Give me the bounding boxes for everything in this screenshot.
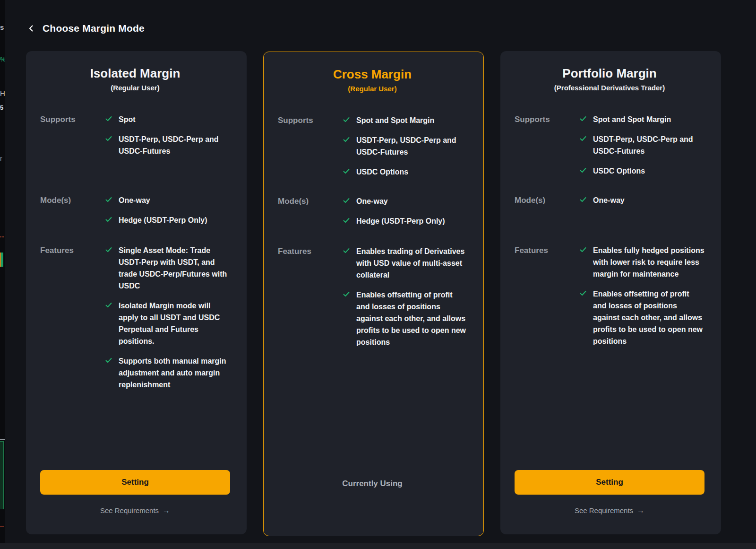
background-page-strip: s%H5r bbox=[0, 0, 5, 549]
check-icon bbox=[579, 196, 587, 206]
section-label: Supports bbox=[40, 113, 105, 125]
section-features: FeaturesEnables fully hedged positions w… bbox=[515, 244, 704, 347]
check-item-text: Single Asset Mode: Trade USDT-Perp with … bbox=[119, 244, 230, 292]
check-item-text: USDT-Perp, USDC-Perp and USDC-Futures bbox=[119, 133, 230, 157]
card-title: Isolated Margin bbox=[40, 65, 230, 81]
card-footer-row: See Requirements→ bbox=[515, 505, 704, 515]
section-modes: Mode(s)One-wayHedge (USDT-Perp Only) bbox=[40, 194, 230, 244]
check-item-text: USDT-Perp, USDC-Perp and USDC-Futures bbox=[593, 133, 704, 157]
card-subtitle: (Regular User) bbox=[40, 84, 230, 92]
section-items: Spot and Spot MarginUSDT-Perp, USDC-Perp… bbox=[343, 114, 467, 178]
card-sections: SupportsSpot and Spot MarginUSDT-Perp, U… bbox=[278, 114, 467, 348]
background-text-fragment: % bbox=[0, 56, 5, 62]
background-candle bbox=[0, 253, 3, 267]
section-label: Mode(s) bbox=[40, 194, 105, 206]
check-icon bbox=[105, 135, 112, 157]
section-label: Features bbox=[515, 244, 579, 256]
background-dashed-price-line bbox=[0, 236, 5, 237]
check-icon bbox=[579, 246, 587, 280]
section-label: Supports bbox=[515, 113, 579, 125]
check-item-text: Supports both manual margin adjustment a… bbox=[119, 355, 230, 391]
background-text-fragment: r bbox=[0, 155, 2, 162]
chevron-left-icon bbox=[27, 25, 35, 32]
modal-header: Choose Margin Mode bbox=[27, 16, 145, 41]
background-volume-tick bbox=[0, 439, 5, 440]
margin-mode-card-cross-margin: Cross Margin(Regular User)SupportsSpot a… bbox=[263, 52, 484, 536]
check-item: USDC Options bbox=[579, 165, 704, 177]
check-item-text: Hedge (USDT-Perp Only) bbox=[356, 215, 445, 227]
background-red-tick bbox=[0, 526, 4, 527]
check-item: Spot bbox=[105, 113, 230, 125]
card-action-row: Setting bbox=[515, 470, 704, 495]
check-icon bbox=[105, 357, 112, 391]
check-item: Hedge (USDT-Perp Only) bbox=[343, 215, 445, 227]
card-action-row: Currently Using bbox=[278, 471, 467, 496]
check-icon bbox=[579, 289, 587, 347]
check-item: Enables offsetting of profit and losses … bbox=[579, 288, 704, 347]
check-icon bbox=[343, 217, 350, 227]
card-title: Portfolio Margin bbox=[515, 65, 704, 81]
see-requirements-link[interactable]: See Requirements→ bbox=[575, 506, 644, 514]
currently-using-status: Currently Using bbox=[278, 471, 467, 496]
section-items: SpotUSDT-Perp, USDC-Perp and USDC-Future… bbox=[105, 113, 230, 157]
setting-button[interactable]: Setting bbox=[515, 470, 704, 495]
check-item: One-way bbox=[343, 195, 445, 207]
section-label: Features bbox=[40, 244, 105, 256]
section-label: Features bbox=[278, 245, 343, 257]
check-item-text: USDC Options bbox=[593, 165, 645, 177]
see-requirements-link[interactable]: See Requirements→ bbox=[100, 506, 170, 514]
check-item: USDT-Perp, USDC-Perp and USDC-Futures bbox=[343, 134, 467, 158]
check-item-text: USDT-Perp, USDC-Perp and USDC-Futures bbox=[356, 134, 467, 158]
check-item: Enables trading of Derivatives with USD … bbox=[343, 245, 467, 281]
check-item: Single Asset Mode: Trade USDT-Perp with … bbox=[105, 244, 230, 292]
check-item-text: Spot and Spot Margin bbox=[356, 114, 434, 126]
page-title: Choose Margin Mode bbox=[43, 23, 145, 34]
section-items: Enables fully hedged positions with lowe… bbox=[579, 244, 704, 347]
check-icon bbox=[105, 301, 112, 347]
section-modes: Mode(s)One-way bbox=[515, 194, 704, 244]
section-label: Supports bbox=[278, 114, 343, 126]
section-items: Spot and Spot MarginUSDT-Perp, USDC-Perp… bbox=[579, 113, 704, 177]
card-sections: SupportsSpotUSDT-Perp, USDC-Perp and USD… bbox=[40, 113, 230, 391]
check-item-text: One-way bbox=[593, 194, 625, 206]
setting-button[interactable]: Setting bbox=[40, 470, 230, 495]
margin-mode-card-portfolio-margin: Portfolio Margin(Professional Derivative… bbox=[500, 51, 721, 534]
card-footer-row bbox=[278, 507, 467, 517]
card-action-row: Setting bbox=[40, 470, 230, 495]
check-item: Enables offsetting of profit and losses … bbox=[343, 289, 467, 348]
check-icon bbox=[579, 115, 587, 125]
card-footer-row: See Requirements→ bbox=[40, 505, 230, 515]
cards-row: Isolated Margin(Regular User)SupportsSpo… bbox=[26, 51, 721, 536]
card-bottom: SettingSee Requirements→ bbox=[515, 470, 704, 515]
margin-mode-card-isolated-margin: Isolated Margin(Regular User)SupportsSpo… bbox=[26, 51, 247, 534]
arrow-right-icon: → bbox=[163, 507, 170, 514]
check-item: One-way bbox=[105, 194, 207, 206]
card-subtitle: (Professional Derivatives Trader) bbox=[515, 84, 704, 92]
section-items: One-wayHedge (USDT-Perp Only) bbox=[105, 194, 207, 226]
section-items: Enables trading of Derivatives with USD … bbox=[343, 245, 467, 348]
back-button[interactable] bbox=[27, 24, 35, 33]
card-title: Cross Margin bbox=[278, 66, 467, 82]
check-item-text: Enables fully hedged positions with lowe… bbox=[593, 244, 704, 280]
section-items: One-wayHedge (USDT-Perp Only) bbox=[343, 195, 445, 227]
background-page-edge-bottom bbox=[0, 543, 756, 549]
check-item: USDC Options bbox=[343, 166, 467, 178]
section-label: Mode(s) bbox=[515, 194, 579, 206]
check-item: Spot and Spot Margin bbox=[579, 113, 704, 125]
background-text-fragment: 5 bbox=[0, 105, 3, 111]
check-item: Spot and Spot Margin bbox=[343, 114, 467, 126]
check-item: USDT-Perp, USDC-Perp and USDC-Futures bbox=[579, 133, 704, 157]
check-icon bbox=[579, 135, 587, 157]
check-icon bbox=[579, 166, 587, 177]
check-icon bbox=[105, 246, 112, 292]
section-modes: Mode(s)One-wayHedge (USDT-Perp Only) bbox=[278, 195, 467, 245]
section-items: Single Asset Mode: Trade USDT-Perp with … bbox=[105, 244, 230, 391]
check-item-text: Enables offsetting of profit and losses … bbox=[356, 289, 467, 348]
check-icon bbox=[343, 136, 350, 158]
check-item-text: One-way bbox=[119, 194, 150, 206]
check-icon bbox=[343, 290, 350, 348]
check-item-text: Enables offsetting of profit and losses … bbox=[593, 288, 704, 347]
check-item: Enables fully hedged positions with lowe… bbox=[579, 244, 704, 280]
see-requirements-label: See Requirements bbox=[575, 506, 633, 514]
check-icon bbox=[343, 197, 350, 207]
